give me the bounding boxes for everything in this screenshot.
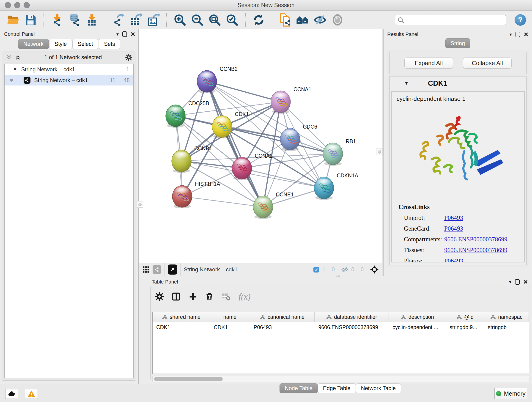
table-cell[interactable]: CDK1 (210, 322, 250, 332)
cloud-status-button[interactable] (5, 389, 18, 399)
column-header-description[interactable]: description (389, 312, 446, 322)
column-header-database-identifier[interactable]: database identifier (315, 312, 389, 322)
panel-float-icon[interactable] (515, 32, 520, 37)
tab-string[interactable]: String (445, 38, 470, 48)
crosslink-label: Tissues: (399, 247, 444, 254)
export-table-button[interactable] (129, 13, 143, 27)
scrollbar-thumb[interactable] (154, 377, 223, 381)
network-edge[interactable] (207, 81, 263, 207)
tab-select[interactable]: Select (72, 39, 98, 49)
right-splitter-grip[interactable] (376, 148, 383, 155)
table-cell[interactable]: stringdb:9... (446, 322, 484, 332)
table-horizontal-scrollbar[interactable] (152, 376, 529, 382)
import-network-from-database-button[interactable] (67, 13, 82, 27)
clone-network-button[interactable] (278, 13, 292, 27)
left-splitter-grip[interactable] (137, 201, 143, 208)
open-in-new-window-icon[interactable] (168, 264, 177, 274)
crosslink-link[interactable]: 9606.ENSP00000378699 (444, 247, 507, 254)
table-cell[interactable]: 9606.ENSP00000378699 (315, 322, 389, 332)
fit-content-button[interactable] (208, 13, 222, 27)
network-node-ccnb2[interactable]: CCNB2 (197, 66, 238, 93)
panel-menu-icon[interactable]: ▾ (510, 32, 512, 37)
export-image-button[interactable] (146, 13, 160, 27)
panel-close-icon[interactable] (523, 280, 528, 284)
zoom-in-button[interactable] (173, 13, 187, 27)
show-all-button[interactable] (330, 13, 345, 27)
network-collection-row[interactable]: ▼ String Network – cdk1 1 (5, 64, 133, 75)
network-node-ccnb1[interactable]: CCNB1 (172, 146, 212, 173)
crosslink-link[interactable]: P06493 (444, 214, 463, 221)
crosslink-link[interactable]: P06493 (444, 225, 463, 232)
panel-close-icon[interactable] (524, 32, 528, 37)
table-row[interactable]: CDK1CDK1P064939606.ENSP00000378699cyclin… (152, 322, 529, 332)
import-network-file-button[interactable] (50, 13, 64, 27)
network-node-ccna1[interactable]: CCNA1 (271, 86, 311, 114)
column-header--id[interactable]: @id (446, 312, 484, 322)
tab-edge-table[interactable]: Edge Table (318, 383, 356, 393)
tab-network[interactable]: Network (18, 39, 49, 49)
save-session-button[interactable] (23, 13, 38, 27)
collapse-all-button[interactable]: Collapse All (463, 57, 512, 69)
birdseye-crosshair-icon[interactable] (370, 265, 379, 274)
delete-column-trash-icon[interactable] (205, 292, 214, 301)
column-header-name[interactable]: name (210, 312, 250, 322)
panel-float-icon[interactable] (122, 32, 127, 37)
network-options-gear-icon[interactable] (125, 54, 132, 61)
expand-all-button[interactable]: Expand All (404, 57, 453, 69)
show-columns-icon[interactable] (172, 292, 181, 301)
export-network-button[interactable] (111, 13, 126, 27)
crosslink-link[interactable]: P06493 (444, 257, 463, 262)
toolbar-separator (245, 13, 246, 27)
selected-checkbox-icon[interactable] (313, 267, 319, 273)
crosslink-link[interactable]: 9606.ENSP00000378699 (444, 236, 507, 243)
panel-menu-icon[interactable]: ▾ (509, 280, 511, 284)
tab-style[interactable]: Style (49, 39, 72, 49)
window-titlebar: Session: New Session (0, 0, 532, 11)
zoom-in-icon (174, 14, 186, 26)
collapse-all-icon[interactable] (6, 54, 12, 60)
network-node-cdkn1a[interactable]: CDKN1A (314, 172, 358, 200)
results-panel-title: Results Panel (387, 32, 418, 37)
panel-close-icon[interactable] (131, 32, 135, 36)
network-node-hist1h1a[interactable]: HIST1H1A (172, 181, 220, 208)
tab-node-table[interactable]: Node Table (279, 383, 318, 393)
tree-expand-icon[interactable]: ▼ (13, 67, 17, 72)
hide-selected-button[interactable] (313, 13, 327, 27)
first-neighbors-button[interactable] (296, 13, 310, 27)
network-node-ccne1[interactable]: CCNE1 (253, 191, 294, 219)
column-header-namespac[interactable]: namespac (484, 312, 529, 322)
expand-all-icon[interactable] (15, 54, 21, 60)
import-table-button[interactable] (85, 13, 99, 27)
network-row[interactable]: String Network – cdk1 11 48 (5, 75, 133, 85)
tab-sets[interactable]: Sets (99, 39, 120, 49)
panel-menu-icon[interactable]: ▾ (116, 32, 119, 36)
table-cell[interactable]: P06493 (250, 322, 315, 332)
table-cell[interactable]: stringdb (484, 322, 529, 332)
zoom-selected-button[interactable] (225, 13, 239, 27)
network-share-toggle-icon[interactable] (152, 265, 161, 274)
network-view-statusbar: String Network – cdk1 1 – 0 0 – 0 (139, 263, 382, 276)
table-cell[interactable]: cyclin-dependent ... (389, 322, 446, 332)
tab-network-table[interactable]: Network Table (356, 383, 401, 393)
zoom-out-icon (191, 14, 203, 26)
table-options-gear-icon[interactable] (155, 292, 164, 301)
column-header-shared-name[interactable]: shared name (152, 312, 210, 322)
help-button[interactable]: ? (515, 14, 526, 26)
network-canvas[interactable]: CCNB2CCNA1CDC25BCDK1CDC6RB1CCNB1CCNA2CDK… (139, 29, 382, 263)
section-collapse-icon[interactable]: ▼ (404, 81, 409, 86)
zoom-out-button[interactable] (190, 13, 204, 27)
refresh-button[interactable] (252, 13, 266, 27)
network-view[interactable]: CCNB2CCNA1CDC25BCDK1CDC6RB1CCNB1CCNA2CDK… (139, 29, 382, 276)
add-column-icon[interactable] (189, 292, 197, 301)
network-edge[interactable] (242, 168, 324, 188)
column-header-canonical-name[interactable]: canonical name (250, 312, 315, 322)
warning-status-button[interactable] (25, 389, 38, 399)
grid-view-icon[interactable] (143, 266, 149, 273)
table-cell[interactable]: CDK1 (152, 322, 210, 332)
panel-float-icon[interactable] (515, 279, 520, 285)
network-node-rb1[interactable]: RB1 (323, 138, 356, 166)
open-session-button[interactable] (6, 13, 20, 27)
network-edge[interactable] (182, 196, 263, 207)
houses-icon (296, 13, 309, 27)
search-input[interactable] (395, 15, 506, 25)
